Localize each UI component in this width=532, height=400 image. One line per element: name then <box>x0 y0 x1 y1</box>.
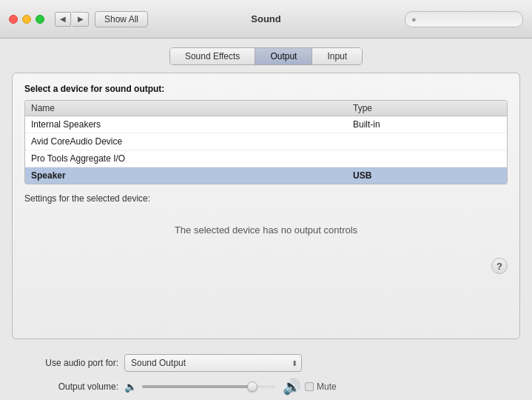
tab-group: Sound Effects Output Input <box>169 47 363 65</box>
maximize-button[interactable] <box>36 15 44 24</box>
settings-panel: Select a device for sound output: Name T… <box>12 73 520 339</box>
table-header: Name Type <box>25 101 507 116</box>
row-type: Built-in <box>353 119 501 130</box>
titlebar: ◀ ▶ Show All Sound ● <box>0 0 532 39</box>
select-device-label: Select a device for sound output: <box>24 84 508 94</box>
window-controls <box>9 15 44 24</box>
table-row[interactable]: Avid CoreAudio Device <box>25 133 507 150</box>
col-name-header: Name <box>31 103 353 113</box>
row-name: Avid CoreAudio Device <box>31 136 353 147</box>
volume-low-icon: 🔈 <box>124 381 136 392</box>
settings-for-label: Settings for the selected device: <box>24 193 508 204</box>
table-row[interactable]: Internal Speakers Built-in <box>25 116 507 133</box>
row-name: Internal Speakers <box>31 119 353 130</box>
main-content: Sound Effects Output Input Select a devi… <box>0 39 532 347</box>
row-name: Pro Tools Aggregate I/O <box>31 153 353 164</box>
mute-checkbox[interactable] <box>305 382 314 391</box>
audio-port-label: Use audio port for: <box>22 358 118 368</box>
mute-label: Mute <box>317 381 337 392</box>
audio-port-row: Use audio port for: Sound Output Sound I… <box>22 354 510 372</box>
forward-button[interactable]: ▶ <box>73 12 89 27</box>
row-type <box>353 136 501 147</box>
row-type <box>353 153 501 164</box>
tab-bar: Sound Effects Output Input <box>12 47 520 65</box>
search-input[interactable] <box>420 14 516 24</box>
show-all-button[interactable]: Show All <box>95 11 148 27</box>
volume-slider[interactable] <box>142 385 275 388</box>
help-button[interactable]: ? <box>491 258 508 274</box>
device-table: Name Type Internal Speakers Built-in Avi… <box>24 100 508 184</box>
minimize-button[interactable] <box>22 15 31 24</box>
search-box[interactable]: ● <box>405 11 523 27</box>
table-row[interactable]: Pro Tools Aggregate I/O <box>25 150 507 167</box>
table-body: Internal Speakers Built-in Avid CoreAudi… <box>25 116 507 184</box>
tab-input[interactable]: Input <box>312 48 362 64</box>
tab-output[interactable]: Output <box>255 48 312 64</box>
search-icon: ● <box>411 15 417 24</box>
audio-port-select-wrapper: Sound Output Sound Input Off ⬍ <box>124 354 302 372</box>
volume-slider-thumb[interactable] <box>247 381 257 392</box>
row-type: USB <box>353 170 501 181</box>
volume-label: Output volume: <box>22 381 118 392</box>
volume-high-icon: 🔊 <box>281 378 302 396</box>
mute-row: Mute <box>305 381 337 392</box>
back-button[interactable]: ◀ <box>55 12 71 27</box>
window-title: Sound <box>251 13 280 24</box>
volume-row: Output volume: 🔈 🔊 Mute <box>22 378 510 396</box>
col-type-header: Type <box>353 103 501 113</box>
nav-arrows: ◀ ▶ <box>55 12 89 27</box>
audio-port-select[interactable]: Sound Output Sound Input Off <box>124 354 302 372</box>
bottom-controls: Use audio port for: Sound Output Sound I… <box>0 347 532 400</box>
tab-sound-effects[interactable]: Sound Effects <box>170 48 256 64</box>
row-name: Speaker <box>31 170 353 181</box>
close-button[interactable] <box>9 15 18 24</box>
no-controls-message: The selected device has no output contro… <box>24 210 508 258</box>
table-row-selected[interactable]: Speaker USB <box>25 167 507 184</box>
